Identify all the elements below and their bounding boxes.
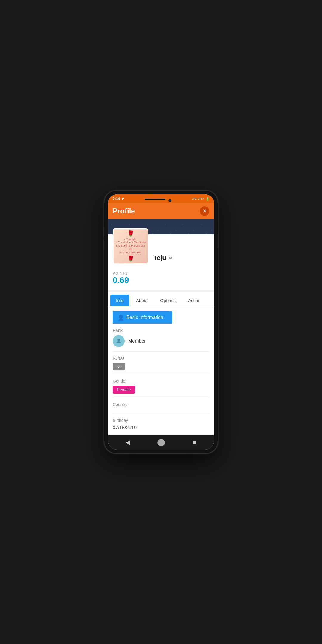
- gender-value: Female: [113, 386, 209, 394]
- tab-about[interactable]: About: [130, 295, 153, 306]
- info-content: Rank Member RJ/DJ No: [108, 324, 214, 435]
- rank-value: Member: [113, 335, 209, 347]
- profile-name-row: Teju ✏: [153, 254, 209, 262]
- tabs-container: Info About Options Action: [108, 292, 214, 306]
- status-right: LTE LTE+ 🔋: [192, 197, 209, 201]
- field-country: Country: [113, 398, 209, 414]
- status-time: 0:14: [113, 197, 120, 201]
- basic-info-title: Basic Information: [126, 315, 163, 320]
- volume-down-button[interactable]: [103, 240, 104, 250]
- avatar-image: 🌹 ఇప్పుడులో... ఒక్క తళుకున పొలమారాడు ఒక్…: [114, 229, 148, 263]
- profile-avatar[interactable]: 🌹 ఇప్పుడులో... ఒక్క తళుకున పొలమారాడు ఒక్…: [113, 228, 148, 264]
- field-birthday: Birthday 07/15/2019: [113, 414, 209, 435]
- app-header: Profile ✕: [108, 203, 214, 219]
- page-title: Profile: [113, 207, 135, 215]
- profile-name: Teju: [153, 254, 166, 262]
- tab-action[interactable]: Action: [182, 295, 206, 306]
- status-left: 0:14 𝗣: [113, 197, 124, 201]
- points-label: POINTS: [113, 271, 209, 275]
- tab-options-label: Options: [160, 298, 176, 303]
- rjdj-value: No: [113, 363, 209, 370]
- person-icon: 👤: [117, 314, 124, 321]
- rank-label: Rank: [113, 328, 209, 333]
- profile-section: 🌹 ఇప్పుడులో... ఒక్క తళుకున పొలమారాడు ఒక్…: [108, 234, 214, 269]
- home-button[interactable]: ⬤: [156, 437, 166, 448]
- birthday-text: 07/15/2019: [113, 425, 137, 431]
- avatar-telugu-text: ఇప్పుడులో... ఒక్క తళుకున పొలమారాడు ఒక్కస…: [115, 238, 146, 255]
- avatar-rose-bottom: 🌹: [127, 255, 134, 262]
- points-value: 0.69: [113, 275, 209, 285]
- profile-info: Teju ✏: [153, 239, 209, 264]
- basic-info-wrapper: 👤 Basic Information: [108, 306, 214, 324]
- phone-speaker: [145, 199, 165, 200]
- phone-camera: [168, 199, 171, 202]
- points-section: POINTS 0.69: [108, 269, 214, 290]
- gender-female-badge: Female: [113, 386, 135, 394]
- recent-icon: ■: [193, 439, 196, 446]
- rank-member-icon: [113, 335, 125, 347]
- phone-screen: 0:14 𝗣 LTE LTE+ 🔋 Profile ✕: [108, 194, 214, 450]
- phone-frame: 0:14 𝗣 LTE LTE+ 🔋 Profile ✕: [104, 191, 218, 453]
- back-icon: ◀: [126, 439, 130, 446]
- tab-info-label: Info: [116, 298, 123, 303]
- close-icon: ✕: [202, 208, 207, 214]
- field-gender: Gender Female: [113, 374, 209, 398]
- lte-indicator: LTE LTE+: [192, 197, 205, 200]
- field-rjdj: RJ/DJ No: [113, 352, 209, 374]
- tab-action-label: Action: [188, 298, 201, 303]
- volume-up-button[interactable]: [103, 227, 104, 237]
- rjdj-no-badge: No: [113, 363, 125, 370]
- close-button[interactable]: ✕: [200, 206, 209, 216]
- basic-info-header: 👤 Basic Information: [113, 311, 172, 324]
- tab-about-label: About: [136, 298, 148, 303]
- tab-info[interactable]: Info: [110, 295, 129, 306]
- power-button[interactable]: [218, 233, 219, 247]
- field-rank: Rank Member: [113, 324, 209, 352]
- nav-bar: ◀ ⬤ ■: [108, 435, 214, 450]
- back-button[interactable]: ◀: [122, 437, 133, 448]
- gender-label: Gender: [113, 379, 209, 383]
- birthday-label: Birthday: [113, 418, 209, 423]
- battery-icon: 🔋: [206, 197, 209, 201]
- recent-apps-button[interactable]: ■: [189, 437, 200, 448]
- birthday-value: 07/15/2019: [113, 425, 209, 431]
- rank-member-label: Member: [128, 338, 146, 344]
- rjdj-label: RJ/DJ: [113, 356, 209, 360]
- avatar-rose-top: 🌹: [127, 230, 134, 237]
- edit-profile-icon[interactable]: ✏: [169, 255, 173, 261]
- section-divider: [108, 290, 214, 292]
- carrier-icon: 𝗣: [122, 197, 124, 201]
- home-icon: ⬤: [157, 438, 165, 446]
- tab-options[interactable]: Options: [154, 295, 181, 306]
- svg-point-0: [117, 339, 120, 341]
- country-label: Country: [113, 402, 209, 407]
